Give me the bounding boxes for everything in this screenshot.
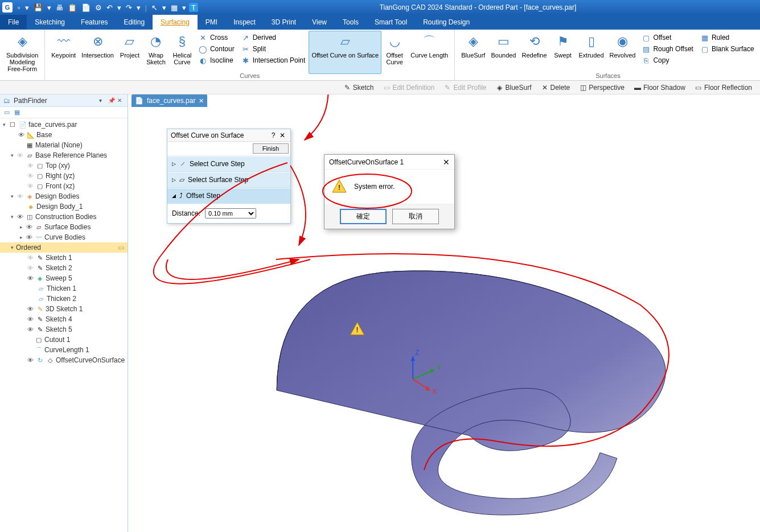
tree-sweep5[interactable]: 👁◈Sweep 5 [0,273,128,283]
tree-thicken1[interactable]: ▱Thicken 1 [0,283,128,294]
offset-step[interactable]: ◢⤴Offset Step [167,188,290,204]
qat-save-icon[interactable]: 💾 [32,2,44,13]
distance-input[interactable]: 0.10 mm [205,208,256,218]
bluesurf-button[interactable]: ◈BlueSurf [458,31,488,74]
cmd-close-icon[interactable]: ✕ [278,131,287,140]
derived-button[interactable]: ↗Derived [239,32,308,43]
qat-t-icon[interactable]: T [189,3,198,12]
project-button[interactable]: ▱Project [117,31,143,74]
tab-pmi[interactable]: PMI [198,15,225,30]
tab-tools[interactable]: Tools [335,15,367,30]
blank-surface-button[interactable]: ▢Blank Surface [698,43,757,55]
tree-construction-bodies[interactable]: ▾👁◫Construction Bodies [0,212,128,222]
tree-sketch1[interactable]: 👁✎Sketch 1 [0,253,128,263]
offset-curve-on-surface-button[interactable]: ▱Offset Curve on Surface [309,31,381,74]
tree-offsetcurve1[interactable]: 👁↻◇OffsetCurveOnSurface [0,355,128,365]
qat-redo-dd-icon[interactable]: ▾ [135,2,142,13]
qat-redo-icon[interactable]: ↷ [124,2,134,13]
curve-length-button[interactable]: ⌒Curve Length [408,31,451,74]
qat-undo-icon[interactable]: ↶ [105,2,114,13]
tab-smarttool[interactable]: Smart Tool [367,15,415,30]
qat-paste-icon[interactable]: 📄 [80,2,92,13]
keypoint-button[interactable]: 〰Keypoint [48,31,79,74]
cmd-help-icon[interactable]: ? [269,131,278,140]
qat-print-icon[interactable]: 🖶 [54,2,65,13]
select-curve-step[interactable]: ▷⟋Select Curve Step [167,156,290,172]
tree-ref-planes[interactable]: ▾👁▱Base Reference Planes [0,150,128,160]
qat-new-icon[interactable]: ▫ [16,2,22,13]
sub-floor-shadow[interactable]: ▬Floor Shadow [630,83,689,93]
pf-tb1-icon[interactable]: ▭ [2,108,11,117]
extruded-button[interactable]: ▯Extruded [576,31,607,74]
copy-surf-button[interactable]: ⎘Copy [639,55,696,66]
tree-3dsketch1[interactable]: 👁✎3D Sketch 1 [0,304,128,314]
qat-copy-icon[interactable]: 📋 [66,2,79,13]
cross-button[interactable]: ✕Cross [196,32,237,43]
tree-material[interactable]: ▦Material (None) [0,140,128,150]
rough-offset-button[interactable]: ▨Rough Offset [639,43,696,55]
helical-curve-button[interactable]: §Helical Curve [169,31,195,74]
tree-right-yz[interactable]: 👁▢Right (yz) [0,171,128,181]
sub-sketch[interactable]: ✎Sketch [340,83,377,93]
offset-surf-button[interactable]: ▢Offset [639,32,696,43]
bounded-button[interactable]: ▭Bounded [488,31,519,74]
dlg-ok-button[interactable]: 確定 [340,209,387,224]
dlg-cancel-button[interactable]: 取消 [392,209,439,224]
intersection-button[interactable]: ⊗Intersection [79,31,117,74]
qat-grid-icon[interactable]: ▦ [169,2,179,13]
swept-button[interactable]: ⚑Swept [550,31,576,74]
tab-3dprint[interactable]: 3D Print [264,15,304,30]
isocline-button[interactable]: ◐Isocline [196,55,237,66]
qat-undo-dd-icon[interactable]: ▾ [116,2,123,13]
sub-delete[interactable]: ✕Delete [537,83,574,93]
tree-surface-bodies[interactable]: ▸👁▱Surface Bodies [0,222,128,232]
tree-design-body1[interactable]: ◈Design Body_1 [0,201,128,212]
file-menu[interactable]: File [0,15,27,30]
tree-sketch4[interactable]: 👁✎Sketch 4 [0,314,128,324]
tab-inspect[interactable]: Inspect [225,15,264,30]
tree-sketch2[interactable]: 👁✎Sketch 2 [0,263,128,273]
tree-design-bodies[interactable]: ▾👁◈Design Bodies [0,191,128,201]
pf-tb2-icon[interactable]: ▦ [13,108,22,117]
pf-dropdown-icon[interactable]: ▾ [99,97,106,104]
document-tab[interactable]: 📄 face_curves.par ✕ [132,94,207,107]
tree-thicken2[interactable]: ▱Thicken 2 [0,294,128,304]
tree-cutout1[interactable]: ▢Cutout 1 [0,335,128,345]
revolved-button[interactable]: ◉Revolved [607,31,639,74]
tree-curvelength1[interactable]: ⌒CurveLength 1 [0,345,128,355]
select-surface-step[interactable]: ▷▱Select Surface Step [167,172,290,188]
tree-curve-bodies[interactable]: ▸👁〰Curve Bodies [0,232,128,242]
qat-settings-icon[interactable]: ⚙ [93,2,104,13]
tab-features[interactable]: Features [73,15,116,30]
qat-cursor-icon[interactable]: ↖ [150,2,159,13]
surface-body[interactable] [277,271,665,515]
qat-dropdown2-icon[interactable]: ▾ [46,2,53,13]
tab-routing[interactable]: Routing Design [415,15,478,30]
tab-editing[interactable]: Editing [116,15,153,30]
redefine-button[interactable]: ⟲Redefine [519,31,549,74]
tab-surfacing[interactable]: Surfacing [153,15,198,30]
viewport[interactable]: 📄 face_curves.par ✕ ! [128,94,760,532]
ruled-button[interactable]: ▦Ruled [698,32,757,43]
pf-close-icon[interactable]: ✕ [117,97,124,104]
tree-top-xy[interactable]: 👁▢Top (xy) [0,160,128,171]
tree-root[interactable]: ▾☐📄face_curves.par [0,119,128,130]
contour-button[interactable]: ◯Contour [196,43,237,55]
tab-view[interactable]: View [304,15,335,30]
doc-tab-close-icon[interactable]: ✕ [199,97,204,105]
offset-curve-button[interactable]: ◡Offset Curve [381,31,408,74]
tree-ordered[interactable]: ▾Ordered▭ [0,242,128,253]
tree-front-xz[interactable]: 👁▢Front (xz) [0,181,128,191]
sub-floor-reflection[interactable]: ▭Floor Reflection [691,83,755,93]
tree-base[interactable]: 👁📐Base [0,130,128,140]
finish-button[interactable]: Finish [253,143,289,154]
pf-pin-icon[interactable]: 📌 [108,97,115,104]
sub-perspective[interactable]: ◫Perspective [576,83,628,93]
intersection-point-button[interactable]: ✱Intersection Point [239,55,308,66]
tab-sketching[interactable]: Sketching [27,15,73,30]
dlg-close-icon[interactable]: ✕ [443,158,450,167]
qat-dropdown-icon[interactable]: ▾ [23,2,31,13]
split-button[interactable]: ✂Split [239,43,308,55]
qat-cursor-dd-icon[interactable]: ▾ [161,2,168,13]
tree-sketch5[interactable]: 👁✎Sketch 5 [0,324,128,335]
